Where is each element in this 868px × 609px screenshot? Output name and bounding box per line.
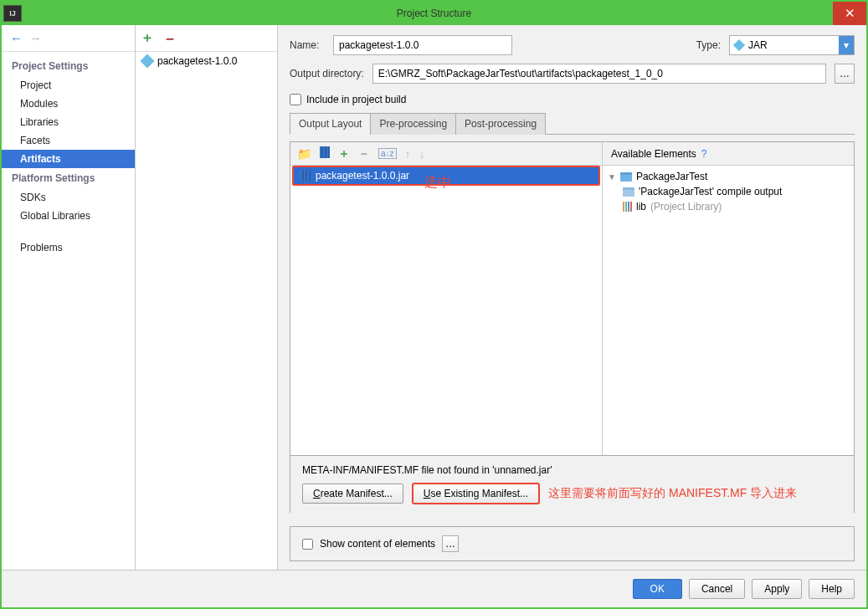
include-row: Include in project build [290, 92, 855, 105]
sidebar-item-libraries[interactable]: Libraries [2, 113, 135, 131]
show-content-row: Show content of elements … [290, 526, 855, 561]
help-button[interactable]: Help [809, 579, 855, 599]
dialog-body: ← → Project Settings Project Modules Lib… [2, 25, 866, 607]
layout-toolbar: 📁 ＋ － a↓z ↑ ↓ [290, 142, 602, 166]
compile-label: 'PackageJarTest' compile output [639, 186, 782, 197]
jar-icon [733, 39, 745, 51]
library-icon [623, 202, 632, 212]
move-up-icon[interactable]: ↑ [405, 147, 411, 161]
sidebar-item-sdks[interactable]: SDKs [2, 188, 135, 207]
name-label: Name: [290, 39, 325, 51]
type-select[interactable]: JAR ▾ [729, 35, 855, 55]
nav-arrows: ← → [2, 25, 135, 52]
apply-button[interactable]: Apply [752, 579, 802, 599]
lib-suffix: (Project Library) [650, 201, 722, 212]
app-icon: IJ [3, 5, 22, 22]
sidebar-header-platform: Platform Settings [2, 168, 135, 188]
archive-toolbar-icon[interactable] [320, 146, 330, 161]
layout-split: 📁 ＋ － a↓z ↑ ↓ pack [290, 142, 854, 455]
sidebar: ← → Project Settings Project Modules Lib… [2, 25, 136, 570]
cancel-button[interactable]: Cancel [689, 579, 745, 599]
lib-label: lib [636, 201, 646, 212]
show-content-label: Show content of elements [320, 538, 435, 550]
name-input[interactable] [333, 35, 512, 55]
tree-row-compile[interactable]: 'PackageJarTest' compile output [608, 184, 849, 199]
remove-icon[interactable]: － [358, 146, 370, 161]
tree-row-lib[interactable]: lib (Project Library) [608, 199, 849, 214]
bottom-bar: OK Cancel Apply Help [2, 570, 866, 607]
browse-button[interactable]: … [835, 64, 855, 84]
sidebar-item-facets[interactable]: Facets [2, 131, 135, 150]
artifact-panel: ＋ － packagetest-1.0.0 [136, 25, 278, 570]
jar-name: packagetest-1.0.0.jar [316, 170, 409, 182]
sidebar-item-project[interactable]: Project [2, 76, 135, 95]
layout-left: 📁 ＋ － a↓z ↑ ↓ pack [290, 142, 603, 455]
available-label: Available Elements [611, 148, 696, 160]
sidebar-list: Project Settings Project Modules Librari… [2, 52, 135, 261]
layout-area: 📁 ＋ － a↓z ↑ ↓ pack [290, 141, 855, 513]
help-icon[interactable]: ? [701, 148, 707, 160]
available-header: Available Elements ? [603, 142, 854, 166]
artifact-toolbar: ＋ － [136, 25, 277, 52]
sidebar-item-global-libraries[interactable]: Global Libraries [2, 207, 135, 225]
move-down-icon[interactable]: ↓ [419, 147, 425, 161]
titlebar: IJ Project Structure ✕ [2, 2, 866, 25]
manifest-bar: META-INF/MANIFEST.MF file not found in '… [290, 455, 854, 513]
forward-icon[interactable]: → [29, 31, 42, 45]
remove-artifact-icon[interactable]: － [162, 28, 177, 49]
show-content-checkbox[interactable] [302, 539, 313, 550]
manifest-not-found: META-INF/MANIFEST.MF file not found in '… [302, 464, 842, 476]
output-dir-input[interactable] [372, 64, 826, 84]
window-title: Project Structure [397, 8, 471, 19]
layout-right: Available Elements ? ▼ PackageJarTest [603, 142, 854, 455]
tab-post-processing[interactable]: Post-processing [455, 113, 546, 135]
close-button[interactable]: ✕ [833, 2, 866, 25]
dropdown-arrow-icon: ▾ [839, 36, 854, 54]
tree-row-root[interactable]: ▼ PackageJarTest [608, 169, 849, 184]
artifact-row[interactable]: packagetest-1.0.0 [136, 52, 277, 70]
type-value: JAR [748, 39, 768, 51]
annotation-import: 这里需要将前面写好的 MANIFEST.MF 导入进来 [548, 486, 797, 501]
available-tree: ▼ PackageJarTest 'PackageJarTest' compil… [603, 166, 854, 218]
back-icon[interactable]: ← [10, 31, 23, 45]
root-name: PackageJarTest [636, 171, 707, 182]
sidebar-header-project: Project Settings [2, 56, 135, 76]
manifest-buttons-row: CCreate Manifest...reate Manifest... Use… [302, 483, 842, 504]
tab-output-layout[interactable]: Output Layout [290, 113, 371, 135]
form-area: Name: Type: JAR ▾ Output directory: [278, 25, 866, 112]
sidebar-item-problems[interactable]: Problems [2, 238, 135, 257]
new-folder-icon[interactable]: 📁 [297, 147, 311, 161]
create-manifest-button[interactable]: CCreate Manifest...reate Manifest... [302, 484, 403, 504]
ok-button[interactable]: OK [633, 579, 682, 599]
use-existing-manifest-button[interactable]: Use Existing Manifest... [412, 483, 540, 504]
module-icon [623, 187, 634, 197]
output-row: Output directory: … [290, 64, 855, 84]
sidebar-item-modules[interactable]: Modules [2, 95, 135, 113]
layout-tree: packagetest-1.0.0.jar [290, 166, 602, 455]
sort-icon[interactable]: a↓z [378, 148, 397, 159]
include-checkbox[interactable] [290, 94, 301, 105]
archive-icon [300, 170, 311, 182]
add-icon[interactable]: ＋ [338, 146, 350, 161]
type-label: Type: [696, 39, 721, 51]
output-label: Output directory: [290, 68, 364, 79]
artifact-label: packagetest-1.0.0 [157, 55, 237, 67]
add-artifact-icon[interactable]: ＋ [141, 29, 154, 47]
dialog-window: IJ Project Structure ✕ ← → Project Setti… [0, 0, 868, 609]
name-row: Name: Type: JAR ▾ [290, 35, 855, 55]
include-label: Include in project build [306, 94, 406, 105]
content-panel: Name: Type: JAR ▾ Output directory: [278, 25, 866, 570]
artifact-icon [141, 54, 155, 69]
tabs: Output Layout Pre-processing Post-proces… [290, 112, 855, 135]
tab-pre-processing[interactable]: Pre-processing [370, 113, 456, 135]
folder-icon [620, 172, 632, 182]
annotation-select: 选中 [424, 174, 451, 192]
main-area: ← → Project Settings Project Modules Lib… [2, 25, 866, 570]
show-content-browse[interactable]: … [442, 535, 459, 552]
expand-icon[interactable]: ▼ [608, 172, 616, 182]
sidebar-item-artifacts[interactable]: Artifacts [2, 150, 135, 168]
